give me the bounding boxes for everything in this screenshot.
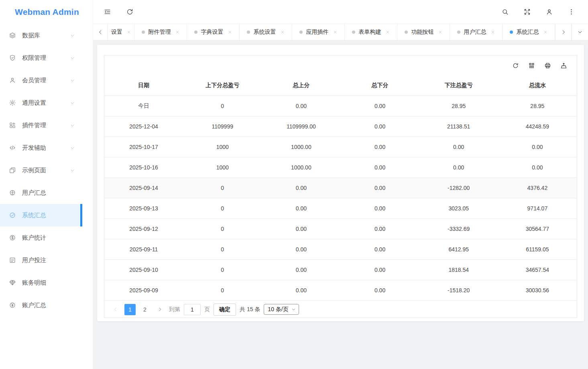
plugin-icon bbox=[9, 122, 16, 129]
page-size-select[interactable]: 10 条/页 bbox=[264, 304, 299, 315]
table-cell: 0 bbox=[183, 239, 262, 259]
export-icon[interactable] bbox=[560, 62, 567, 69]
sidebar-item-label: 用户投注 bbox=[22, 257, 46, 264]
dollar-circle-icon bbox=[9, 234, 16, 241]
tab-function-buttons[interactable]: 功能按钮 bbox=[397, 24, 450, 40]
sidebar-item-account-stats[interactable]: 账户统计 bbox=[0, 226, 82, 249]
table-row: 2025-10-1610001000.000.000.000.00 bbox=[104, 157, 577, 177]
pages-icon bbox=[9, 167, 16, 174]
print-icon[interactable] bbox=[544, 62, 551, 69]
tab-settings-clipped[interactable]: 设置 bbox=[108, 24, 134, 40]
sidebar-item-general-settings[interactable]: 通用设置 bbox=[0, 92, 82, 114]
page-number-button[interactable]: 1 bbox=[124, 304, 136, 315]
table-row: 2025-10-1710001000.000.000.000.00 bbox=[104, 137, 577, 157]
table-cell: 30564.77 bbox=[498, 218, 577, 239]
table-body: 今日00.000.0028.9528.952025-12-04110999911… bbox=[104, 96, 577, 300]
table-row: 2025-09-0900.000.00-1518.2030030.56 bbox=[104, 280, 577, 300]
collapse-icon[interactable] bbox=[104, 8, 111, 16]
tabs-scroll-right-button[interactable] bbox=[555, 24, 572, 40]
sidebar-item-database[interactable]: 数据库 bbox=[0, 24, 82, 47]
close-icon[interactable] bbox=[543, 30, 548, 35]
close-icon[interactable] bbox=[228, 30, 232, 35]
sidebar-item-label: 账户统计 bbox=[22, 234, 46, 242]
tabs-scroll-left-button[interactable] bbox=[93, 24, 108, 40]
tabs-host: 设置附件管理字典设置系统设置应用插件表单构建功能按钮用户汇总系统汇总 bbox=[108, 24, 555, 40]
tab-system-summary[interactable]: 系统汇总 bbox=[503, 24, 555, 40]
table-cell: 0.00 bbox=[340, 259, 419, 280]
page-prev-button[interactable] bbox=[110, 304, 121, 315]
sidebar-item-user-summary[interactable]: 用户汇总 bbox=[0, 181, 82, 204]
sidebar-item-label: 数据库 bbox=[22, 32, 40, 39]
table-cell: 0.00 bbox=[340, 96, 419, 116]
tab-user-summary[interactable]: 用户汇总 bbox=[450, 24, 503, 40]
table-cell: 0.00 bbox=[262, 198, 340, 218]
sidebar-item-plugin-manage[interactable]: 插件管理 bbox=[0, 114, 82, 137]
sidebar-item-label: 账户汇总 bbox=[22, 302, 46, 309]
table-cell: 0.00 bbox=[262, 177, 340, 198]
close-icon[interactable] bbox=[126, 30, 131, 35]
sidebar-item-label: 账务明细 bbox=[22, 279, 46, 287]
tabs-menu-button[interactable] bbox=[572, 24, 588, 40]
table-cell: 0.00 bbox=[340, 218, 419, 239]
table-cell: 0 bbox=[183, 218, 262, 239]
table-cell: 6412.95 bbox=[419, 239, 498, 259]
table-toolbar bbox=[104, 55, 577, 75]
sidebar-item-account-summary[interactable]: 账户汇总 bbox=[0, 294, 82, 316]
tab-form-builder[interactable]: 表单构建 bbox=[345, 24, 397, 40]
sidebar-item-dev-assist[interactable]: 开发辅助 bbox=[0, 137, 82, 159]
table-cell: 0.00 bbox=[498, 157, 577, 177]
tab-system-settings[interactable]: 系统设置 bbox=[240, 24, 292, 40]
tab-app-plugins[interactable]: 应用插件 bbox=[292, 24, 345, 40]
table-cell: 2025-09-13 bbox=[104, 198, 183, 218]
more-icon[interactable] bbox=[568, 8, 575, 16]
chevron-down-icon bbox=[70, 33, 75, 38]
fullscreen-icon[interactable] bbox=[523, 8, 531, 16]
table-cell: 0.00 bbox=[262, 239, 340, 259]
sidebar-item-user-bets[interactable]: 用户投注 bbox=[0, 249, 82, 271]
table-cell: 21138.51 bbox=[419, 116, 498, 137]
close-icon[interactable] bbox=[280, 30, 285, 35]
page-number-button[interactable]: 2 bbox=[139, 304, 151, 315]
column-header: 日期 bbox=[104, 75, 183, 96]
sidebar-item-member-manage[interactable]: 会员管理 bbox=[0, 69, 82, 92]
total-count-label: 共 15 条 bbox=[240, 306, 260, 313]
columns-icon[interactable] bbox=[528, 62, 535, 69]
close-icon[interactable] bbox=[490, 30, 495, 35]
table-cell: 0.00 bbox=[340, 116, 419, 137]
tab-label: 系统设置 bbox=[254, 29, 276, 36]
chevron-down-icon bbox=[70, 123, 75, 128]
refresh-icon[interactable] bbox=[512, 62, 519, 69]
table-cell: 2025-09-14 bbox=[104, 177, 183, 198]
sidebar-item-system-summary[interactable]: 系统汇总 bbox=[0, 204, 82, 226]
column-header: 总上分 bbox=[262, 75, 340, 96]
tab-label: 应用插件 bbox=[306, 29, 329, 36]
table-row: 2025-12-0411099991109999.000.0021138.514… bbox=[104, 116, 577, 137]
table-cell: 0.00 bbox=[340, 157, 419, 177]
sidebar-menu: 数据库权限管理会员管理通用设置插件管理开发辅助示例页面用户汇总系统汇总账户统计用… bbox=[0, 24, 82, 316]
sidebar-item-permission-manage[interactable]: 权限管理 bbox=[0, 47, 82, 69]
content-card: 日期上下分总盈亏总上分总下分下注总盈亏总流水 今日00.000.0028.952… bbox=[97, 45, 584, 321]
close-icon[interactable] bbox=[438, 30, 443, 35]
confirm-button[interactable]: 确定 bbox=[214, 304, 236, 316]
page-size-value: 10 条/页 bbox=[268, 306, 288, 313]
sidebar-item-example-pages[interactable]: 示例页面 bbox=[0, 159, 82, 181]
user-icon[interactable] bbox=[545, 8, 553, 16]
tab-dict-settings[interactable]: 字典设置 bbox=[187, 24, 240, 40]
table-cell: 2025-09-12 bbox=[104, 218, 183, 239]
sidebar-item-finance-detail[interactable]: 账务明细 bbox=[0, 271, 82, 294]
tab-attachment-manage[interactable]: 附件管理 bbox=[134, 24, 187, 40]
goto-page-input[interactable] bbox=[184, 304, 201, 315]
user-summary-icon bbox=[9, 189, 16, 196]
close-icon[interactable] bbox=[175, 30, 180, 35]
column-header: 总下分 bbox=[340, 75, 419, 96]
refresh-icon[interactable] bbox=[126, 8, 134, 16]
table-cell: 2025-09-10 bbox=[104, 259, 183, 280]
search-icon[interactable] bbox=[501, 8, 509, 16]
chevron-right-icon bbox=[561, 29, 566, 35]
close-icon[interactable] bbox=[385, 30, 390, 35]
sidebar-item-label: 权限管理 bbox=[22, 54, 46, 62]
close-icon[interactable] bbox=[333, 30, 338, 35]
page-next-button[interactable] bbox=[154, 304, 165, 315]
summary-table: 日期上下分总盈亏总上分总下分下注总盈亏总流水 今日00.000.0028.952… bbox=[104, 75, 577, 301]
chevron-down-icon bbox=[70, 78, 75, 83]
